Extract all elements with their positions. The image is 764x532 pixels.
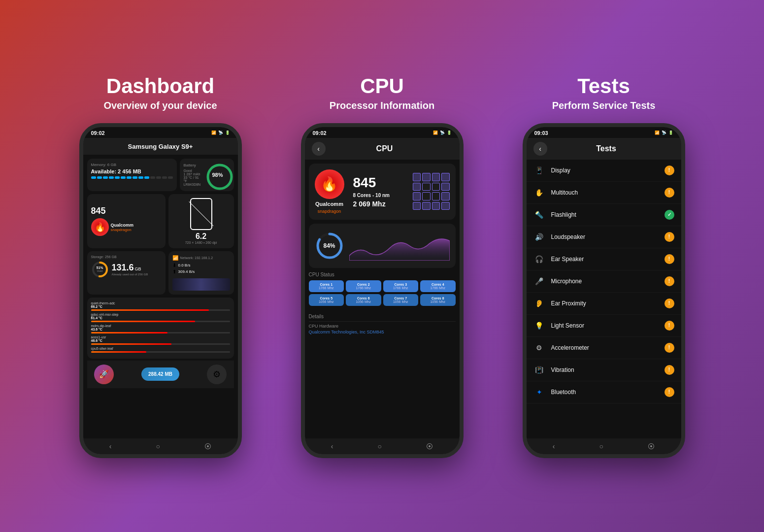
nav-back-cpu[interactable]: ‹	[331, 442, 333, 450]
battery-health: 1 287 mAh	[184, 172, 201, 176]
chip-c12	[441, 192, 450, 200]
temps-row: quiet-therm-adc 66.2 °C gdsc-virt-msr-st…	[87, 298, 234, 359]
bluetooth-icon: ✦	[533, 386, 545, 398]
temp-fill-3	[91, 332, 167, 333]
nav-home-cpu[interactable]: ○	[378, 442, 382, 450]
temp-item-4: aoss1-usr 46.6 °C	[91, 335, 230, 345]
chip-c7	[432, 183, 440, 191]
dot-7	[127, 176, 132, 179]
test-multitouch[interactable]: ✋ Multitouch !	[527, 182, 681, 204]
chip-c1	[413, 173, 421, 181]
temps-card: quiet-therm-adc 66.2 °C gdsc-virt-msr-st…	[87, 298, 234, 359]
chip-model: 845	[353, 175, 408, 191]
network-ip-row: 📶 Network: 192.168.1.2	[172, 255, 230, 261]
light-sensor-name: Light Sensor	[551, 322, 664, 329]
flashlight-badge: ✓	[664, 210, 674, 220]
cpu-status-section: CPU Status Cores 1 1766 Mhz Cores 2 1766…	[309, 272, 456, 306]
nav-back-tests[interactable]: ‹	[553, 442, 555, 450]
battery-label: Battery	[184, 163, 201, 167]
battery-status: Good	[184, 169, 201, 172]
chip-visual	[413, 173, 450, 210]
temp-item-5: cpu5-silwr-leaf	[91, 347, 230, 353]
core-7-badge: Cores 7 1056 Mhz	[383, 294, 419, 306]
storage-desc: Already used out of 256 GB	[112, 273, 148, 276]
tests-back-button[interactable]: ‹	[533, 142, 547, 156]
test-loudspeaker[interactable]: 🔊 Loudspeaker !	[527, 226, 681, 248]
cpu-model-number: 845	[91, 206, 134, 216]
cpu-main-card: 🔥 Qualcomm snapdragon 845 8 Cores - 10 n…	[309, 164, 456, 220]
test-accelerometer[interactable]: ⚙ Accelerometer !	[527, 337, 681, 359]
details-label: Details	[309, 314, 456, 322]
cpu-header-title: CPU	[331, 144, 439, 153]
test-ear-proximity[interactable]: 👂 Ear Proximity !	[527, 293, 681, 315]
battery-circle: 98%	[205, 163, 230, 187]
test-bluetooth[interactable]: ✦ Bluetooth !	[527, 381, 681, 403]
cpu-brand-text: Qualcomm snapdragon	[111, 223, 134, 232]
chip-c15	[432, 202, 440, 210]
light-sensor-badge: !	[664, 321, 674, 331]
settings-button[interactable]: ⚙	[207, 365, 227, 384]
nav-home-dashboard[interactable]: ○	[156, 442, 160, 450]
cpu-spacer	[305, 334, 460, 438]
test-light-sensor[interactable]: 💡 Light Sensor !	[527, 315, 681, 337]
network-graph	[172, 278, 230, 291]
test-ear-speaker[interactable]: 🎧 Ear Speaker !	[527, 248, 681, 270]
nav-bar-tests: ‹ ○ ⦿	[527, 438, 681, 454]
chip-c5	[413, 183, 421, 191]
signal-icon-cpu: 📶	[433, 131, 438, 135]
cpu-details-section: Details CPU Hardware Qualcomm Technologi…	[309, 314, 456, 334]
storage-card-dashboard: Storage: 256 GB 51% Used	[87, 251, 166, 295]
core-8-freq: 1056 Mhz	[423, 300, 453, 303]
chip-c13	[413, 202, 421, 210]
tests-subtitle: Perform Service Tests	[552, 100, 656, 111]
dashboard-header: Samsung Galaxy S9+	[83, 138, 238, 155]
cpu-back-button[interactable]: ‹	[312, 142, 326, 156]
nav-recent-tests[interactable]: ⦿	[648, 442, 655, 450]
flashlight-icon: 🔦	[533, 209, 545, 221]
nav-recent-dashboard[interactable]: ⦿	[204, 442, 211, 450]
storage-size-value: 131.6	[112, 263, 134, 273]
dot-6	[121, 176, 126, 179]
cores-info: 8 Cores - 10 nm	[353, 193, 408, 198]
nav-home-tests[interactable]: ○	[599, 442, 603, 450]
cpu-specs-section: 845 8 Cores - 10 nm 2 069 Mhz	[349, 175, 408, 208]
accelerometer-icon: ⚙	[533, 342, 545, 354]
display-icon: 📱	[533, 165, 545, 176]
multitouch-badge: !	[664, 188, 674, 198]
temp-info-5: cpu5-silwr-leaf	[91, 347, 230, 353]
test-microphone[interactable]: 🎤 Microphone !	[527, 270, 681, 293]
ear-proximity-badge: !	[664, 299, 674, 308]
core-5-name: Cores 5	[311, 297, 342, 300]
temp-info-2: gdsc-virt-msr-step 61.4 °C	[91, 313, 230, 322]
ram-button[interactable]: 288.42 MB	[141, 367, 179, 381]
storage-size-row: 131.6 GB	[112, 263, 148, 273]
battery-card: Battery Good 1 287 mAh 33 °C / 91 °F LR8…	[180, 159, 234, 191]
test-flashlight[interactable]: 🔦 Flashlight ✓	[527, 204, 681, 226]
nav-bar-cpu: ‹ ○ ⦿	[305, 438, 460, 454]
temp-fill-2	[91, 321, 196, 322]
test-display[interactable]: 📱 Display !	[527, 160, 681, 182]
status-bar-tests: 09:03 📶 📡 🔋	[527, 127, 681, 138]
dashboard-subtitle: Overview of your device	[103, 100, 217, 111]
temp-fill-5	[91, 351, 147, 353]
microphone-icon: 🎤	[533, 275, 545, 287]
dot-4	[109, 176, 114, 179]
temp-bar-1	[91, 309, 230, 311]
memory-label: Memory: 6 GB	[91, 163, 173, 167]
rocket-button[interactable]: 🚀	[94, 365, 114, 384]
screen-card-dashboard: 6.2 720 × 1480 • 260 dpi	[168, 194, 234, 248]
vibration-name: Vibration	[551, 366, 664, 373]
core-1-freq: 1766 Mhz	[311, 286, 342, 290]
wifi-icon: 📡	[218, 131, 223, 135]
snapdragon-cpu: snapdragon	[318, 209, 341, 214]
temp-fill-4	[91, 343, 172, 345]
nav-recent-cpu[interactable]: ⦿	[426, 442, 433, 450]
status-bar-dashboard: 09:02 📶 📡 🔋	[83, 127, 238, 138]
temp-value-2: 61.4 °C	[91, 316, 230, 320]
battery-icon: 🔋	[225, 131, 230, 135]
nav-back-dashboard[interactable]: ‹	[109, 442, 112, 450]
test-vibration[interactable]: 📳 Vibration !	[527, 359, 681, 381]
cpu-brand-row: 🔥 Qualcomm snapdragon	[91, 218, 134, 236]
dot-13	[162, 176, 167, 179]
ear-proximity-name: Ear Proximity	[551, 300, 664, 307]
